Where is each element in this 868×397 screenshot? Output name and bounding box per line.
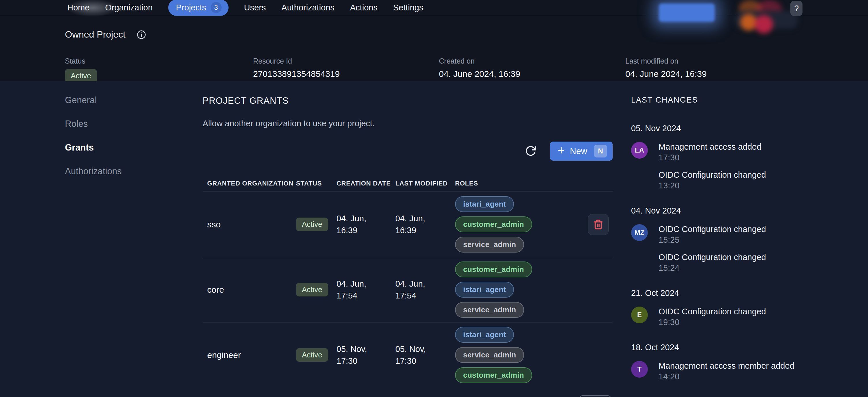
change-time: 19:30: [658, 317, 766, 327]
column-header: GRANTED ORGANIZATION: [207, 180, 296, 187]
avatar-blur-shape: [754, 15, 773, 33]
new-button[interactable]: + New N: [550, 142, 613, 161]
meta-label: Created on: [439, 57, 625, 65]
nav-item-label: Users: [244, 3, 266, 12]
meta-column: Created on04. June 2024, 16:39: [439, 57, 625, 83]
row-actions-cell: [588, 214, 613, 235]
last-modified-cell: 05. Nov,17:30: [395, 343, 455, 367]
change-body: EOIDC Configuration changed19:30: [631, 307, 822, 327]
help-button[interactable]: ?: [790, 1, 803, 16]
meta-label: Last modified on: [625, 57, 707, 65]
table-row[interactable]: engineerActive05. Nov,17:3005. Nov,17:30…: [203, 322, 613, 388]
change-event: OIDC Configuration changed13:20: [658, 170, 766, 191]
column-header: STATUS: [296, 180, 337, 187]
change-title: OIDC Configuration changed: [658, 252, 766, 262]
date-line: 17:54: [337, 290, 395, 302]
change-title: OIDC Configuration changed: [658, 170, 766, 180]
sidebar-item-authorizations[interactable]: Authorizations: [65, 166, 122, 177]
nav-item-actions[interactable]: Actions: [350, 3, 377, 12]
creation-date-cell: 04. Jun,17:54: [337, 278, 395, 302]
avatar-blur-shape: [740, 14, 757, 31]
change-group: 05. Nov 2024LAManagement access added17:…: [631, 124, 822, 191]
change-body: MZOIDC Configuration changed15:25OIDC Co…: [631, 224, 822, 273]
nav-item-home[interactable]: Home: [67, 3, 89, 12]
change-group: 18. Oct 2024TManagement access member ad…: [631, 343, 822, 381]
meta-column: Last modified on04. June 2024, 16:39: [625, 57, 707, 83]
last-modified-cell: 04. Jun,17:54: [395, 278, 455, 302]
date-line: 17:30: [337, 355, 395, 367]
date-line: 04. Jun,: [395, 212, 455, 225]
change-event: OIDC Configuration changed15:25: [658, 224, 766, 245]
date-line: 04. Jun,: [337, 278, 395, 290]
sidebar-item-grants[interactable]: Grants: [65, 142, 122, 153]
avatar: LA: [631, 142, 648, 159]
granted-organization-cell: sso: [207, 220, 296, 229]
change-events: Management access added17:30OIDC Configu…: [658, 142, 766, 191]
date-line: 16:39: [395, 225, 455, 236]
section-title: PROJECT GRANTS: [203, 96, 613, 106]
change-event: OIDC Configuration changed19:30: [658, 307, 766, 327]
change-title: Management access added: [658, 142, 766, 152]
date-line: 05. Nov,: [395, 343, 455, 355]
change-date: 05. Nov 2024: [631, 124, 822, 133]
keyboard-shortcut-badge: N: [594, 145, 607, 158]
status-badge: Active: [296, 218, 328, 231]
meta-value: 04. June 2024, 16:39: [625, 69, 707, 79]
change-event: Management access added17:30: [658, 142, 766, 162]
change-title: OIDC Configuration changed: [658, 224, 766, 234]
last-changes-panel: LAST CHANGES 05. Nov 2024LAManagement ac…: [631, 96, 822, 397]
nav-item-authorizations[interactable]: Authorizations: [281, 3, 335, 12]
status-badge: Active: [65, 69, 97, 83]
nav-item-label: Projects: [176, 3, 206, 12]
roles-cell: customer_administari_agentservice_admin: [455, 261, 588, 318]
content-area: GeneralRolesGrantsAuthorizations PROJECT…: [0, 81, 868, 397]
column-header: ROLES: [455, 180, 588, 187]
change-time: 13:20: [658, 180, 766, 191]
column-header: CREATION DATE: [337, 180, 395, 187]
meta-column: StatusActive: [65, 57, 253, 83]
granted-organization-cell: engineer: [207, 350, 296, 360]
grants-table: GRANTED ORGANIZATIONSTATUSCREATION DATEL…: [203, 175, 613, 388]
roles-cell: istari_agentcustomer_adminservice_admin: [455, 196, 588, 253]
status-badge: Active: [296, 348, 328, 362]
change-time: 15:25: [658, 235, 766, 245]
change-body: LAManagement access added17:30OIDC Confi…: [631, 142, 822, 191]
change-title: OIDC Configuration changed: [658, 307, 766, 316]
paginator-partial[interactable]: [579, 395, 611, 397]
date-line: 17:30: [395, 355, 455, 367]
roles-cell: istari_agentservice_admincustomer_admin: [455, 327, 588, 383]
delete-button[interactable]: [588, 214, 609, 235]
blurred-action-button[interactable]: [659, 3, 715, 22]
avatar: T: [631, 361, 648, 378]
nav-item-label: Organization: [105, 3, 152, 12]
nav-item-settings[interactable]: Settings: [393, 3, 423, 12]
sidebar-item-general[interactable]: General: [65, 95, 122, 106]
date-line: 04. Jun,: [337, 212, 395, 225]
change-body: TManagement access member added14:20: [631, 361, 822, 381]
project-meta: StatusActiveResource Id27013389135485431…: [65, 57, 707, 83]
nav-item-organization[interactable]: Organization: [105, 3, 152, 12]
avatar: E: [631, 307, 648, 323]
table-row[interactable]: coreActive04. Jun,17:5404. Jun,17:54cust…: [203, 257, 613, 322]
role-badge: customer_admin: [455, 367, 532, 383]
nav-item-users[interactable]: Users: [244, 3, 266, 12]
role-badge: service_admin: [455, 302, 524, 318]
change-time: 14:20: [658, 372, 795, 381]
trash-icon: [593, 219, 603, 230]
avatar: MZ: [631, 224, 648, 241]
meta-column: Resource Id270133891354854319: [253, 57, 439, 83]
role-badge: service_admin: [455, 237, 524, 253]
meta-label: Resource Id: [253, 57, 439, 65]
change-event: OIDC Configuration changed15:24: [658, 252, 766, 273]
nav-item-projects[interactable]: Projects3: [168, 0, 228, 16]
table-row[interactable]: ssoActive04. Jun,16:3904. Jun,16:39istar…: [203, 192, 613, 257]
role-badge: customer_admin: [455, 261, 532, 277]
change-event: Management access member added14:20: [658, 361, 795, 381]
change-date: 04. Nov 2024: [631, 206, 822, 216]
role-badge: service_admin: [455, 347, 524, 363]
date-line: 04. Jun,: [395, 278, 455, 290]
refresh-button[interactable]: [523, 144, 538, 158]
info-icon[interactable]: [136, 30, 146, 39]
sidebar-item-roles[interactable]: Roles: [65, 118, 122, 130]
last-changes-title: LAST CHANGES: [631, 96, 822, 105]
